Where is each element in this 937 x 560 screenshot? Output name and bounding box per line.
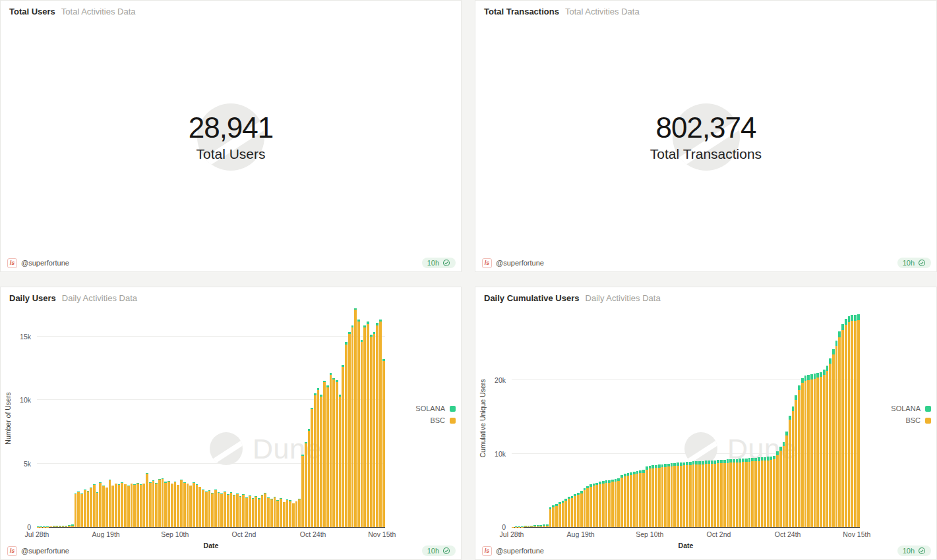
bar[interactable] — [330, 373, 332, 527]
bar[interactable] — [342, 365, 344, 527]
bar[interactable] — [574, 494, 576, 527]
bar[interactable] — [146, 473, 148, 527]
bar[interactable] — [255, 496, 257, 527]
bar[interactable] — [62, 526, 65, 527]
bar[interactable] — [838, 331, 841, 527]
bar[interactable] — [708, 461, 710, 527]
bar[interactable] — [552, 505, 555, 527]
bar[interactable] — [559, 502, 561, 527]
bar[interactable] — [320, 395, 322, 527]
bar[interactable] — [841, 324, 844, 527]
bar[interactable] — [202, 490, 204, 527]
bar[interactable] — [276, 500, 279, 527]
bar[interactable] — [835, 341, 838, 527]
bar[interactable] — [823, 370, 826, 527]
bar[interactable] — [515, 526, 518, 527]
bar[interactable] — [764, 457, 766, 527]
bar[interactable] — [124, 484, 127, 528]
bar[interactable] — [84, 490, 86, 527]
bar[interactable] — [205, 491, 208, 527]
bar[interactable] — [245, 497, 248, 527]
bar[interactable] — [301, 455, 304, 527]
bar[interactable] — [524, 526, 527, 527]
bar[interactable] — [664, 464, 667, 527]
bar[interactable] — [736, 459, 739, 527]
bar[interactable] — [111, 486, 114, 527]
bar[interactable] — [339, 395, 342, 527]
bar[interactable] — [214, 490, 217, 527]
bar[interactable] — [776, 451, 779, 527]
bar[interactable] — [611, 480, 614, 527]
bar[interactable] — [354, 308, 357, 527]
bar[interactable] — [810, 374, 813, 527]
bar[interactable] — [568, 497, 570, 527]
legend-item-solana[interactable]: SOLANA — [415, 405, 456, 412]
bar[interactable] — [345, 342, 348, 527]
bar[interactable] — [658, 464, 661, 527]
bar[interactable] — [196, 484, 198, 527]
bar[interactable] — [152, 480, 155, 527]
bar[interactable] — [785, 432, 788, 527]
bar[interactable] — [595, 483, 598, 527]
bar[interactable] — [87, 491, 90, 527]
author-link[interactable]: ls @superfortune — [7, 546, 69, 556]
bar[interactable] — [646, 466, 648, 527]
bar[interactable] — [630, 472, 632, 527]
bar[interactable] — [546, 524, 549, 527]
bar[interactable] — [249, 495, 251, 527]
bar[interactable] — [90, 488, 92, 527]
bar[interactable] — [131, 484, 133, 527]
bar[interactable] — [286, 499, 289, 527]
bar[interactable] — [729, 459, 732, 527]
bar[interactable] — [332, 378, 335, 527]
bar[interactable] — [211, 493, 214, 527]
bar[interactable] — [733, 459, 735, 527]
bar[interactable] — [617, 478, 620, 527]
bar[interactable] — [224, 491, 226, 527]
bar[interactable] — [717, 460, 719, 527]
bar[interactable] — [521, 526, 524, 527]
bar[interactable] — [767, 457, 770, 527]
bar[interactable] — [227, 494, 229, 527]
bar[interactable] — [608, 480, 611, 527]
bar[interactable] — [848, 316, 851, 527]
bar[interactable] — [636, 471, 639, 527]
bar[interactable] — [177, 485, 179, 527]
bar[interactable] — [599, 482, 601, 527]
bar[interactable] — [667, 464, 670, 527]
refresh-badge[interactable]: 10h — [422, 546, 456, 556]
bar[interactable] — [528, 526, 530, 527]
legend-item-bsc[interactable]: BSC — [891, 416, 931, 424]
bar[interactable] — [739, 459, 741, 527]
bar[interactable] — [801, 378, 804, 527]
bar[interactable] — [549, 507, 552, 527]
bar[interactable] — [280, 498, 282, 527]
bar[interactable] — [174, 482, 177, 527]
bar[interactable] — [305, 442, 307, 527]
bar[interactable] — [351, 325, 354, 527]
bar[interactable] — [183, 482, 186, 527]
bar[interactable] — [518, 526, 520, 527]
bar[interactable] — [758, 457, 760, 527]
bar[interactable] — [857, 314, 860, 527]
bar[interactable] — [584, 488, 586, 527]
bar[interactable] — [673, 463, 676, 527]
bar[interactable] — [158, 479, 161, 527]
bar[interactable] — [671, 463, 673, 527]
bar[interactable] — [230, 492, 233, 527]
bar[interactable] — [702, 461, 704, 527]
bar[interactable] — [109, 480, 111, 527]
bar[interactable] — [270, 499, 273, 527]
bar[interactable] — [789, 416, 791, 527]
bar[interactable] — [807, 375, 810, 527]
bar[interactable] — [65, 526, 67, 527]
panel-title-link[interactable]: Total Users — [9, 7, 55, 16]
bar[interactable] — [96, 492, 99, 527]
bar[interactable] — [820, 372, 822, 527]
bar[interactable] — [686, 462, 688, 527]
bar[interactable] — [121, 482, 123, 527]
bar[interactable] — [655, 465, 657, 527]
bar[interactable] — [155, 483, 158, 527]
bar[interactable] — [689, 462, 692, 527]
bar[interactable] — [711, 461, 713, 527]
